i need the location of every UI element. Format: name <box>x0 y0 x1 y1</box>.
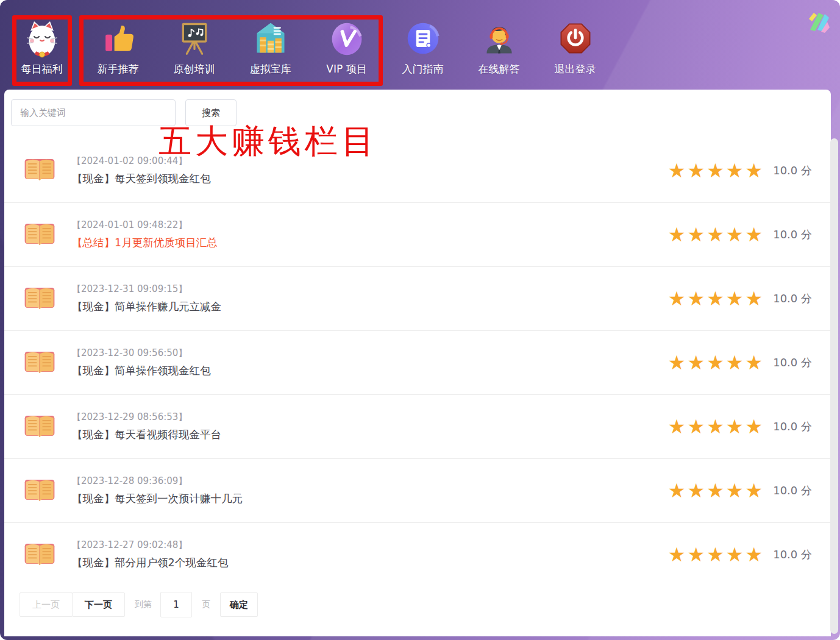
open-book-icon <box>23 219 57 251</box>
guide-doc-icon <box>405 17 441 60</box>
content-panel: 搜索 【2024-01-02 09:00:44】 【现金】每天签到领现金红包 <box>4 90 831 636</box>
item-title[interactable]: 【现金】每天签到领现金红包 <box>72 171 211 186</box>
item-title[interactable]: 【现金】简单操作赚几元立减金 <box>72 299 221 314</box>
goto-suffix-label: 页 <box>202 599 210 610</box>
item-stars: ★★★★★ <box>668 161 764 180</box>
item-title[interactable]: 【现金】每天签到一次预计赚十几元 <box>72 491 243 506</box>
nav-item-virtual-treasury[interactable]: 虚拟宝库 <box>241 17 300 76</box>
top-nav-bar: 每日福利 新手推荐 <box>0 0 840 90</box>
nav-item-vip-project[interactable]: VIP 项目 <box>317 17 376 76</box>
item-title[interactable]: 【现金】部分用户领2个现金红包 <box>72 555 228 570</box>
scrollbar-thumb[interactable] <box>830 138 838 634</box>
list-item[interactable]: 【2023-12-31 09:09:15】 【现金】简单操作赚几元立减金 ★★★… <box>4 266 831 330</box>
item-stars: ★★★★★ <box>668 481 764 500</box>
item-rating: ★★★★★ 10.0 分 <box>668 353 831 372</box>
nav-item-label: 原创培训 <box>174 62 215 76</box>
nav-item-label: 虚拟宝库 <box>250 62 291 76</box>
nav-item-label: 每日福利 <box>21 62 63 76</box>
treasure-warehouse-icon <box>252 17 289 60</box>
list-item[interactable]: 【2023-12-27 09:02:48】 【现金】部分用户领2个现金红包 ★★… <box>4 522 831 586</box>
item-stars: ★★★★★ <box>668 225 764 244</box>
thumbs-up-icon <box>101 17 136 60</box>
list-item[interactable]: 【2023-12-29 08:56:53】 【现金】每天看视频得现金平台 ★★★… <box>4 394 831 458</box>
next-page-button[interactable]: 下一页 <box>72 592 125 617</box>
pagination: 上一页 下一页 到第 页 确定 <box>20 592 258 617</box>
nav-item-label: 入门指南 <box>402 62 444 76</box>
item-stars: ★★★★★ <box>668 417 764 436</box>
page: 每日福利 新手推荐 <box>0 0 840 640</box>
nav-item-label: 退出登录 <box>555 62 596 76</box>
open-book-icon <box>23 155 57 186</box>
nav-item-newbie-recommend[interactable]: 新手推荐 <box>88 17 148 76</box>
item-score: 10.0 分 <box>773 227 812 242</box>
nav-item-starter-guide[interactable]: 入门指南 <box>393 17 452 76</box>
item-date: 【2023-12-31 09:09:15】 <box>72 283 221 295</box>
list-item[interactable]: 【2024-01-02 09:00:44】 【现金】每天签到领现金红包 ★★★★… <box>4 138 831 202</box>
list-item[interactable]: 【2024-01-01 09:48:22】 【总结】1月更新优质项目汇总 ★★★… <box>4 202 831 266</box>
item-date: 【2024-01-02 09:00:44】 <box>72 155 211 167</box>
item-title[interactable]: 【总结】1月更新优质项目汇总 <box>72 235 218 250</box>
open-book-icon <box>23 411 57 443</box>
item-rating: ★★★★★ 10.0 分 <box>668 417 831 436</box>
article-list: 【2024-01-02 09:00:44】 【现金】每天签到领现金红包 ★★★★… <box>4 138 831 586</box>
search-button[interactable]: 搜索 <box>185 99 237 126</box>
item-title[interactable]: 【现金】简单操作领现金红包 <box>72 363 211 378</box>
open-book-icon <box>23 283 57 315</box>
item-date: 【2024-01-01 09:48:22】 <box>72 219 218 231</box>
item-stars: ★★★★★ <box>668 545 764 564</box>
item-score: 10.0 分 <box>773 355 812 370</box>
item-stars: ★★★★★ <box>668 353 764 372</box>
nav-item-label: VIP 项目 <box>326 62 366 76</box>
item-score: 10.0 分 <box>773 483 812 498</box>
item-rating: ★★★★★ 10.0 分 <box>668 225 831 244</box>
item-score: 10.0 分 <box>773 419 812 434</box>
item-date: 【2023-12-29 08:56:53】 <box>72 411 221 423</box>
search-input[interactable] <box>11 99 176 126</box>
confirm-page-button[interactable]: 确定 <box>220 592 258 617</box>
item-date: 【2023-12-30 09:56:50】 <box>72 347 211 359</box>
item-score: 10.0 分 <box>773 163 812 178</box>
nav-item-online-support[interactable]: 在线解答 <box>469 17 529 76</box>
list-item[interactable]: 【2023-12-28 09:36:09】 【现金】每天签到一次预计赚十几元 ★… <box>4 458 831 522</box>
item-rating: ★★★★★ 10.0 分 <box>668 545 831 564</box>
nav-item-daily-welfare[interactable]: 每日福利 <box>12 17 71 76</box>
nav-item-logout[interactable]: 退出登录 <box>546 17 605 76</box>
logout-power-icon <box>558 17 593 60</box>
search-bar: 搜索 <box>11 99 237 126</box>
nav-item-label: 新手推荐 <box>98 62 139 76</box>
item-score: 10.0 分 <box>773 547 812 562</box>
item-title[interactable]: 【现金】每天看视频得现金平台 <box>72 427 221 442</box>
vip-badge-icon <box>329 17 365 60</box>
goto-prefix-label: 到第 <box>135 599 152 610</box>
item-rating: ★★★★★ 10.0 分 <box>668 161 831 180</box>
support-agent-icon <box>481 17 518 60</box>
item-stars: ★★★★★ <box>668 289 764 308</box>
prev-page-button[interactable]: 上一页 <box>20 592 73 617</box>
open-book-icon <box>23 347 57 379</box>
item-date: 【2023-12-27 09:02:48】 <box>72 539 228 551</box>
lucky-cat-icon <box>23 17 62 60</box>
nav-menu: 每日福利 新手推荐 <box>0 0 840 76</box>
item-date: 【2023-12-28 09:36:09】 <box>72 475 243 487</box>
site-logo-icon <box>805 10 831 35</box>
open-book-icon <box>23 539 57 571</box>
blackboard-icon <box>176 17 213 60</box>
item-rating: ★★★★★ 10.0 分 <box>668 289 831 308</box>
nav-item-label: 在线解答 <box>479 62 520 76</box>
open-book-icon <box>23 475 57 507</box>
item-rating: ★★★★★ 10.0 分 <box>668 481 831 500</box>
page-number-input[interactable] <box>160 592 192 617</box>
item-score: 10.0 分 <box>773 291 812 306</box>
list-item[interactable]: 【2023-12-30 09:56:50】 【现金】简单操作领现金红包 ★★★★… <box>4 330 831 394</box>
nav-item-original-training[interactable]: 原创培训 <box>165 17 224 76</box>
